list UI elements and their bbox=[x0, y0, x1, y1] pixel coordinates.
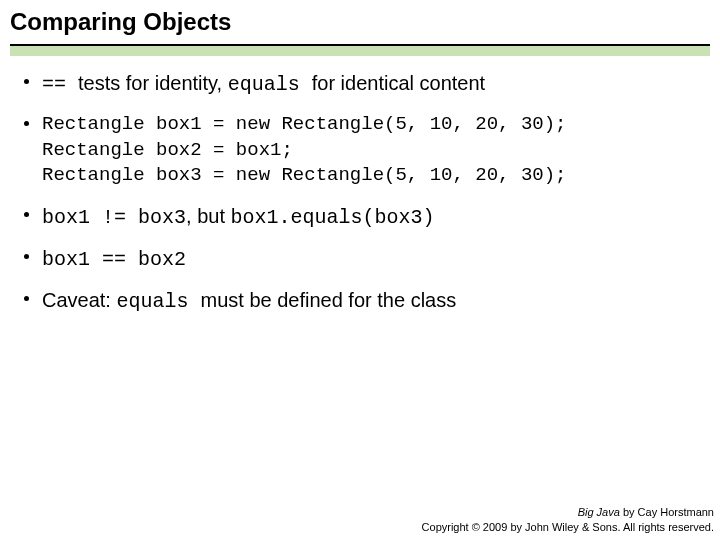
bullet-5-text-b: must be defined for the class bbox=[201, 289, 457, 311]
slide: Comparing Objects == tests for identity,… bbox=[0, 0, 720, 540]
bullet-list: == tests for identity, equals for identi… bbox=[20, 70, 700, 315]
bullet-3-code-a: box1 != box3 bbox=[42, 206, 186, 229]
bullet-4: box1 == box2 bbox=[20, 245, 700, 273]
title-rule-green bbox=[10, 46, 710, 56]
footer: Big Java by Cay Horstmann Copyright © 20… bbox=[422, 505, 714, 534]
footer-copyright: Copyright © 2009 by John Wiley & Sons. A… bbox=[422, 520, 714, 534]
footer-byline: by Cay Horstmann bbox=[620, 506, 714, 518]
bullet-4-code: box1 == box2 bbox=[42, 248, 186, 271]
bullet-1: == tests for identity, equals for identi… bbox=[20, 70, 700, 98]
bullet-2: Rectangle box1 = new Rectangle(5, 10, 20… bbox=[20, 112, 700, 189]
bullet-icon bbox=[24, 296, 29, 301]
bullet-1-code-b: equals bbox=[228, 73, 312, 96]
bullet-icon bbox=[24, 254, 29, 259]
bullet-icon bbox=[24, 121, 29, 126]
bullet-1-text-a: tests for identity, bbox=[78, 72, 228, 94]
bullet-1-code-a: == bbox=[42, 73, 78, 96]
bullet-5-code: equals bbox=[116, 290, 200, 313]
bullet-3-text: , but bbox=[186, 205, 230, 227]
bullet-icon bbox=[24, 79, 29, 84]
bullet-2-code: Rectangle box1 = new Rectangle(5, 10, 20… bbox=[42, 112, 700, 189]
bullet-icon bbox=[24, 212, 29, 217]
content: == tests for identity, equals for identi… bbox=[0, 56, 720, 315]
title-block: Comparing Objects bbox=[0, 8, 720, 42]
bullet-5-text-a: Caveat: bbox=[42, 289, 116, 311]
bullet-5: Caveat: equals must be defined for the c… bbox=[20, 287, 700, 315]
bullet-3-code-b: box1.equals(box3) bbox=[231, 206, 435, 229]
slide-title: Comparing Objects bbox=[10, 8, 710, 36]
footer-book: Big Java bbox=[578, 506, 620, 518]
bullet-3: box1 != box3, but box1.equals(box3) bbox=[20, 203, 700, 231]
footer-line-1: Big Java by Cay Horstmann bbox=[422, 505, 714, 519]
bullet-1-text-b: for identical content bbox=[312, 72, 485, 94]
